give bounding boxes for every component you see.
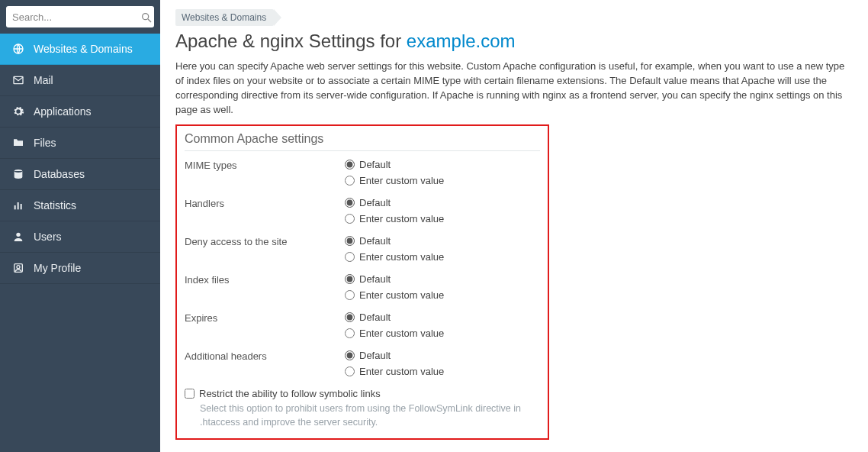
radio-label: Enter custom value <box>359 289 444 301</box>
mail-icon <box>11 74 26 86</box>
sidebar-item-statistics[interactable]: Statistics <box>0 190 160 221</box>
breadcrumb-item[interactable]: Websites & Domains <box>175 9 274 26</box>
field-hint: Select this option to prohibit users fro… <box>200 402 528 429</box>
radio-input[interactable] <box>345 312 355 322</box>
sidebar-item-applications[interactable]: Applications <box>0 96 160 128</box>
radio-input[interactable] <box>345 274 355 284</box>
radio-input[interactable] <box>345 198 355 208</box>
radio-label: Default <box>359 312 391 323</box>
radio-input[interactable] <box>345 252 355 262</box>
breadcrumb: Websites & Domains <box>175 9 853 26</box>
search-box <box>6 6 154 27</box>
checkbox-input[interactable] <box>185 389 194 399</box>
radio-option-custom[interactable]: Enter custom value <box>345 289 540 301</box>
radio-input[interactable] <box>345 160 355 170</box>
radio-option-default[interactable]: Default <box>345 312 540 323</box>
radio-input[interactable] <box>345 350 355 360</box>
page-title: Apache & nginx Settings for example.com <box>175 31 853 52</box>
radio-option-custom[interactable]: Enter custom value <box>345 251 540 263</box>
field-deny-access: Deny access to the site Default Enter cu… <box>185 235 540 267</box>
sidebar-item-label: Websites & Domains <box>34 43 133 55</box>
radio-option-default[interactable]: Default <box>345 350 540 361</box>
field-label: Expires <box>185 312 345 344</box>
radio-option-custom[interactable]: Enter custom value <box>345 213 540 224</box>
database-icon <box>11 168 26 180</box>
radio-label: Default <box>359 235 391 247</box>
sidebar-item-label: Users <box>34 231 62 243</box>
svg-rect-4 <box>14 205 16 209</box>
sidebar-item-label: Statistics <box>34 199 76 211</box>
chart-icon <box>11 199 26 211</box>
radio-input[interactable] <box>345 328 355 338</box>
radio-option-default[interactable]: Default <box>345 273 540 285</box>
radio-option-custom[interactable]: Enter custom value <box>345 175 540 186</box>
sidebar-item-label: Files <box>34 137 56 149</box>
field-index-files: Index files Default Enter custom value <box>185 273 540 305</box>
common-apache-settings-panel: Common Apache settings MIME types Defaul… <box>175 124 549 440</box>
user-icon <box>11 231 26 243</box>
radio-label: Default <box>359 273 391 285</box>
profile-icon <box>11 262 26 274</box>
page-title-prefix: Apache & nginx Settings for <box>175 31 407 51</box>
page-description: Here you can specify Apache web server s… <box>175 60 853 117</box>
radio-option-default[interactable]: Default <box>345 235 540 247</box>
radio-label: Enter custom value <box>359 175 444 186</box>
svg-line-1 <box>148 19 151 22</box>
radio-label: Enter custom value <box>359 251 444 263</box>
radio-option-custom[interactable]: Enter custom value <box>345 328 540 339</box>
sidebar-item-label: Mail <box>34 74 53 86</box>
radio-label: Default <box>359 350 391 361</box>
svg-rect-5 <box>18 202 19 209</box>
search-input[interactable] <box>12 11 140 23</box>
sidebar-item-websites[interactable]: Websites & Domains <box>0 34 160 65</box>
main-content: Websites & Domains Apache & nginx Settin… <box>160 0 868 452</box>
checkbox-option-symlinks[interactable]: Restrict the ability to follow symbolic … <box>185 388 540 399</box>
sidebar-item-databases[interactable]: Databases <box>0 159 160 190</box>
radio-label: Enter custom value <box>359 328 444 339</box>
radio-option-default[interactable]: Default <box>345 159 540 170</box>
sidebar-item-mail[interactable]: Mail <box>0 65 160 96</box>
svg-point-9 <box>17 266 20 269</box>
globe-icon <box>11 43 26 55</box>
radio-option-custom[interactable]: Enter custom value <box>345 366 540 377</box>
svg-point-0 <box>143 13 149 19</box>
field-handlers: Handlers Default Enter custom value <box>185 197 540 229</box>
radio-option-default[interactable]: Default <box>345 197 540 208</box>
radio-label: Enter custom value <box>359 213 444 224</box>
svg-point-7 <box>16 233 20 237</box>
field-expires: Expires Default Enter custom value <box>185 312 540 344</box>
panel-heading: Common Apache settings <box>185 131 540 151</box>
sidebar-item-profile[interactable]: My Profile <box>0 253 160 284</box>
radio-input[interactable] <box>345 236 355 246</box>
field-additional-headers: Additional headers Default Enter custom … <box>185 350 540 382</box>
sidebar-item-users[interactable]: Users <box>0 221 160 253</box>
field-label: Handlers <box>185 197 345 229</box>
sidebar-nav: Websites & Domains Mail Applications Fil… <box>0 34 160 284</box>
field-label: MIME types <box>185 159 345 191</box>
sidebar-item-label: Applications <box>34 105 92 118</box>
radio-input[interactable] <box>345 366 355 376</box>
radio-label: Default <box>359 197 391 208</box>
svg-rect-6 <box>21 204 22 209</box>
sidebar-item-files[interactable]: Files <box>0 128 160 159</box>
field-symlinks: Restrict the ability to follow symbolic … <box>185 388 540 429</box>
sidebar-item-label: Databases <box>34 168 85 180</box>
field-label: Index files <box>185 273 345 305</box>
radio-input[interactable] <box>345 214 355 224</box>
radio-input[interactable] <box>345 290 355 300</box>
radio-label: Default <box>359 159 391 170</box>
radio-input[interactable] <box>345 176 355 186</box>
search-icon[interactable] <box>140 10 153 23</box>
checkbox-label: Restrict the ability to follow symbolic … <box>199 388 381 399</box>
gear-icon <box>11 105 26 118</box>
field-mime-types: MIME types Default Enter custom value <box>185 159 540 191</box>
radio-label: Enter custom value <box>359 366 444 377</box>
sidebar-item-label: My Profile <box>34 262 81 274</box>
sidebar: Websites & Domains Mail Applications Fil… <box>0 0 160 452</box>
folder-icon <box>11 137 26 149</box>
page-title-domain: example.com <box>407 31 516 51</box>
field-label: Deny access to the site <box>185 235 345 267</box>
field-label: Additional headers <box>185 350 345 382</box>
